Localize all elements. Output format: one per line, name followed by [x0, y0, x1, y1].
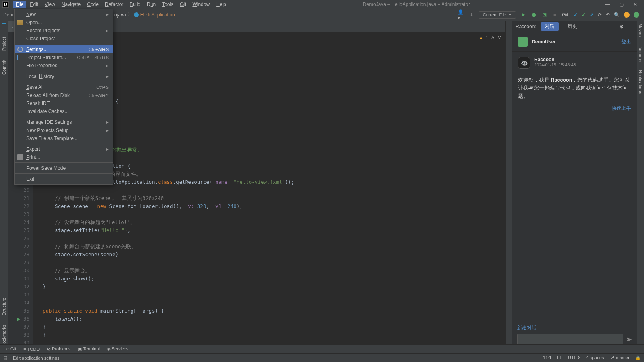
chevron-down-icon	[508, 14, 512, 16]
raccoon-tab-history[interactable]: 历史	[564, 22, 581, 31]
run-config-selector[interactable]: Current File	[479, 11, 516, 19]
menu-file[interactable]: File	[13, 1, 26, 8]
menu-item-close-project[interactable]: Close Project	[15, 35, 113, 43]
coverage-button[interactable]: ⬔	[541, 12, 547, 18]
status-eol[interactable]: LF	[557, 355, 562, 360]
next-highlight-icon[interactable]: ꓦ	[498, 34, 501, 42]
menu-item-export[interactable]: Export▸	[15, 145, 113, 153]
menu-item-reload-all-from-disk[interactable]: Reload All from DiskCtrl+Alt+Y	[15, 91, 113, 99]
menu-item-save-all[interactable]: Save AllCtrl+S	[15, 83, 113, 91]
tool-notifications[interactable]: Notifications	[638, 70, 643, 94]
menu-item-open-[interactable]: Open...	[15, 19, 113, 27]
tool-raccoon[interactable]: Raccoon	[638, 45, 643, 62]
menu-item-print-[interactable]: Print...	[15, 153, 113, 161]
tool-git[interactable]: ⎇ Git	[4, 346, 16, 352]
status-hint: Edit application settings	[13, 356, 60, 360]
breadcrumb-sep: 〉	[128, 11, 132, 18]
raccoon-quick-start[interactable]: 快速上手	[612, 105, 631, 111]
run-button[interactable]	[520, 12, 526, 18]
git-push-icon[interactable]: ↗	[590, 12, 594, 18]
menu-help[interactable]: Help	[213, 1, 229, 8]
git-pull-icon[interactable]: ✓	[574, 12, 578, 18]
warning-count: 1	[485, 34, 488, 42]
menu-code[interactable]: Code	[84, 1, 101, 8]
menu-run[interactable]: Run	[144, 1, 159, 8]
git-label: Git:	[562, 12, 570, 18]
raccoon-username: DemoUser	[532, 39, 556, 45]
git-history-icon[interactable]: ⟳	[598, 12, 602, 18]
menu-item-recent-projects[interactable]: Recent Projects▸	[15, 27, 113, 35]
menu-item-new[interactable]: New▸	[15, 10, 113, 19]
raccoon-welcome: 欢迎您，我是 Raccoon，您的代码助手。您可以让我与您一起编写代码，或向我询…	[512, 74, 637, 103]
gear-icon[interactable]: ⚙	[619, 24, 624, 29]
raccoon-title: Raccoon:	[516, 24, 536, 29]
raccoon-input[interactable]	[517, 334, 623, 345]
status-position[interactable]: 11:1	[543, 355, 551, 360]
git-commit-icon[interactable]: ✓	[582, 12, 586, 18]
status-encoding[interactable]: UTF-8	[568, 355, 580, 360]
warning-icon[interactable]: ▲	[480, 34, 483, 42]
menu-item-file-properties[interactable]: File Properties▸	[15, 62, 113, 70]
menubar: File Edit View Navigate Code Refactor Bu…	[13, 1, 229, 8]
status-menu-icon[interactable]: ▤	[3, 355, 7, 360]
menu-item-new-projects-setup[interactable]: New Projects Setup▸	[15, 126, 113, 134]
menu-item-settings-[interactable]: Settings...Ctrl+Alt+S	[15, 45, 113, 53]
menu-tools[interactable]: Tools	[159, 1, 176, 8]
stop-button[interactable]: ■	[551, 12, 558, 18]
maximize-icon[interactable]: ▢	[617, 2, 625, 7]
menu-refactor[interactable]: Refactor	[102, 1, 126, 8]
menu-item-save-file-as-template-[interactable]: Save File as Template...	[15, 134, 113, 142]
menu-item-power-save-mode[interactable]: Power Save Mode	[15, 164, 113, 172]
tool-services[interactable]: ◈ Services	[107, 346, 128, 352]
status-indent[interactable]: 4 spaces	[586, 355, 604, 360]
status-bar: ▤ Edit application settings 11:1 LF UTF-…	[0, 353, 644, 362]
git-revert-icon[interactable]: ↶	[606, 12, 610, 18]
menu-build[interactable]: Build	[127, 1, 143, 8]
close-icon[interactable]: ✕	[631, 2, 639, 7]
debug-button[interactable]	[530, 12, 537, 18]
breadcrumb-file[interactable]: HelloApplication	[140, 12, 175, 18]
tool-problems[interactable]: ⊘ Problems	[47, 346, 71, 352]
user-avatar	[518, 37, 528, 47]
build-icon[interactable]: ⤓	[468, 12, 475, 18]
menu-window[interactable]: Window	[190, 1, 213, 8]
menu-item-manage-ide-settings[interactable]: Manage IDE Settings▸	[15, 118, 113, 126]
search-icon[interactable]: 🔍	[614, 12, 620, 18]
send-icon[interactable]: ➤	[626, 335, 632, 344]
status-lock-icon[interactable]: 🔒	[635, 355, 641, 360]
raccoon-tab-chat[interactable]: 对话	[541, 22, 559, 31]
menu-navigate[interactable]: Navigate	[59, 1, 83, 8]
tool-structure[interactable]: Structure	[2, 298, 6, 316]
menu-item-exit[interactable]: Exit	[15, 175, 113, 183]
editor-scrollbar[interactable]	[505, 21, 512, 351]
breadcrumb-part[interactable]: Dem	[3, 12, 13, 18]
menu-item-repair-ide[interactable]: Repair IDE	[15, 99, 113, 107]
menu-view[interactable]: View	[42, 1, 58, 8]
panel-minimize-icon[interactable]: —	[629, 24, 634, 29]
menu-item-invalidate-caches-[interactable]: Invalidate Caches...	[15, 107, 113, 115]
user-icon[interactable]: 👤▾	[458, 12, 464, 18]
raccoon-bot-name: Raccoon	[534, 57, 576, 62]
project-tool-icon[interactable]	[2, 23, 6, 28]
tool-project[interactable]: Project	[2, 37, 6, 51]
menu-item-local-history[interactable]: Local History▸	[15, 72, 113, 80]
prev-highlight-icon[interactable]: ꓥ	[491, 34, 495, 42]
raccoon-toolbar-icon[interactable]	[624, 12, 630, 18]
tool-commit[interactable]: Commit	[2, 60, 6, 75]
menu-git[interactable]: Git	[177, 1, 189, 8]
raccoon-panel: Raccoon: 对话 历史 ⚙ — DemoUser 登出 🦝 Raccoon…	[512, 21, 637, 351]
minimize-icon[interactable]: —	[604, 2, 612, 7]
raccoon-timestamp: 2024/01/15, 15:48:43	[534, 62, 576, 67]
tool-bookmarks[interactable]: Bookmarks	[2, 325, 6, 347]
tool-todo[interactable]: ≡ TODO	[23, 347, 40, 352]
tool-maven[interactable]: Maven	[638, 23, 643, 37]
raccoon-new-chat[interactable]: 新建对话	[517, 325, 632, 331]
raccoon-logout[interactable]: 登出	[621, 39, 631, 45]
status-branch[interactable]: ⎇ master	[609, 355, 630, 360]
class-icon	[134, 12, 139, 17]
tool-terminal[interactable]: ▣ Terminal	[78, 346, 100, 352]
title-bar: File Edit View Navigate Code Refactor Bu…	[0, 0, 644, 9]
settings-gear-icon[interactable]	[634, 12, 639, 18]
menu-item-project-structure-[interactable]: Project Structure...Ctrl+Alt+Shift+S	[15, 53, 113, 62]
menu-edit[interactable]: Edit	[27, 1, 41, 8]
